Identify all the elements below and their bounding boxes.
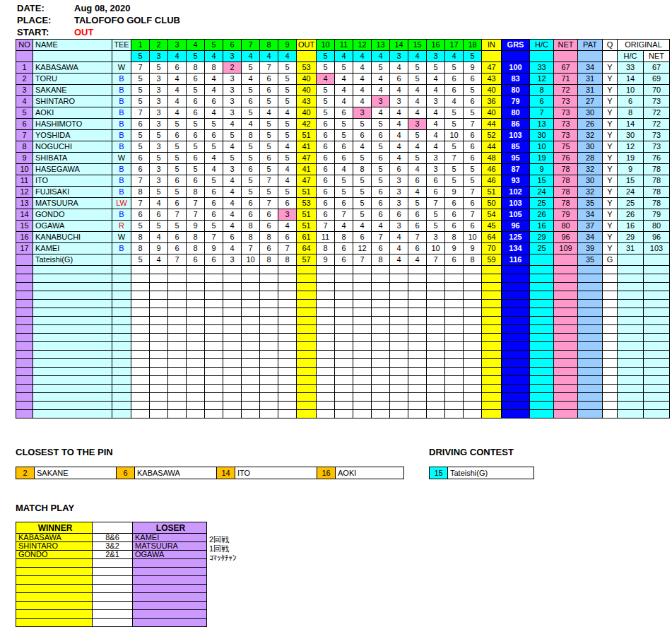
empty-q [603, 266, 618, 274]
empty-in [482, 342, 502, 351]
closest-to-pin-title: CLOSEST TO THE PIN [16, 447, 113, 457]
empty-score [131, 317, 150, 325]
player-tee: B [112, 74, 131, 85]
player-name: HASEGAWA [33, 164, 112, 175]
empty-score [205, 376, 223, 385]
empty-score [335, 325, 353, 334]
empty-in [482, 402, 502, 410]
score-cell: 6 [335, 153, 353, 164]
score-cell: 5 [205, 175, 223, 187]
empty-score [390, 393, 408, 402]
pat-score: 34 [578, 232, 603, 243]
par-cell: 4 [260, 51, 278, 62]
score-cell: 5 [408, 130, 427, 141]
score-cell: 6 [464, 130, 482, 141]
handicap: 16 [530, 221, 554, 232]
empty-name [33, 283, 112, 291]
original-hc: 10 [618, 85, 644, 96]
score-cell: 4 [205, 164, 223, 175]
empty-score [278, 308, 297, 317]
empty-score [278, 410, 297, 418]
score-cell: 3 [427, 232, 445, 243]
score-cell: 3 [427, 153, 445, 164]
empty-in [482, 283, 502, 291]
empty-score [260, 300, 278, 308]
place-value: TALOFOFO GOLF CLUB [74, 15, 180, 25]
score-cell: 4 [223, 175, 242, 187]
score-cell: 6 [205, 187, 223, 198]
player-tee: R [112, 221, 131, 232]
empty-score [445, 410, 464, 418]
col-header-no: NO [16, 40, 33, 51]
net-score: 78 [554, 175, 578, 187]
empty-score [168, 342, 187, 351]
score-cell: 4 [390, 85, 408, 96]
score-cell: 3 [427, 164, 445, 175]
net-score: 73 [554, 130, 578, 141]
mp-row: GONDO2&1OGAWA [16, 551, 207, 559]
player-no: 16 [16, 232, 33, 243]
score-cell: 5 [427, 62, 445, 74]
score-cell: 5 [372, 175, 390, 187]
score-cell: 4 [150, 254, 168, 266]
empty-score [150, 410, 168, 418]
player-tee: B [112, 119, 131, 130]
empty-pat [578, 300, 603, 308]
score-cell: 7 [168, 254, 187, 266]
empty-score [372, 325, 390, 334]
empty-grs [502, 342, 530, 351]
empty-hc [530, 334, 554, 342]
empty-score [150, 376, 168, 385]
empty-orig-net [644, 334, 670, 342]
mp-score: 2&1 [93, 551, 133, 559]
handicap: 9 [530, 164, 554, 175]
empty-score [131, 291, 150, 300]
pat-score: 37 [578, 221, 603, 232]
empty-score [317, 317, 335, 325]
empty-score [427, 317, 445, 325]
score-cell: 7 [464, 119, 482, 130]
score-cell: 9 [445, 187, 464, 198]
empty-score [335, 308, 353, 317]
empty-score [464, 368, 482, 376]
score-cell: 4 [150, 198, 168, 209]
score-cell: 5 [131, 85, 150, 96]
gross-total: 100 [502, 62, 530, 74]
score-cell: 5 [168, 141, 187, 153]
empty-score [278, 325, 297, 334]
player-no: 7 [16, 130, 33, 141]
empty-score [242, 266, 260, 274]
score-cell: 4 [223, 221, 242, 232]
score-cell: 9 [205, 243, 223, 254]
original-hc: 14 [618, 119, 644, 130]
empty-score [278, 359, 297, 368]
empty-score [187, 402, 205, 410]
mp-empty-loser [133, 610, 207, 619]
empty-name [33, 368, 112, 376]
col-header-hole: 2 [150, 40, 168, 51]
out-total: 53 [297, 198, 317, 209]
score-cell: 6 [408, 243, 427, 254]
score-cell: 4 [372, 107, 390, 119]
empty-net [554, 342, 578, 351]
mp-empty-loser [133, 568, 207, 576]
score-cell: 5 [223, 153, 242, 164]
empty-score [427, 393, 445, 402]
empty-score [168, 334, 187, 342]
score-cell: 4 [335, 96, 353, 107]
in-total: 40 [482, 107, 502, 119]
empty-q [603, 410, 618, 418]
out-total: 51 [297, 130, 317, 141]
empty-net [554, 393, 578, 402]
score-cell: 4 [223, 198, 242, 209]
place-row: PLACE: TALOFOFO GOLF CLUB [17, 15, 51, 25]
empty-q [603, 359, 618, 368]
empty-score [131, 368, 150, 376]
empty-q [603, 368, 618, 376]
empty-orig-net [644, 317, 670, 325]
empty-out [297, 342, 317, 351]
score-cell: 3 [390, 187, 408, 198]
score-cell: 6 [187, 153, 205, 164]
score-cell: 5 [150, 153, 168, 164]
player-name: Tateishi(G) [33, 254, 112, 266]
